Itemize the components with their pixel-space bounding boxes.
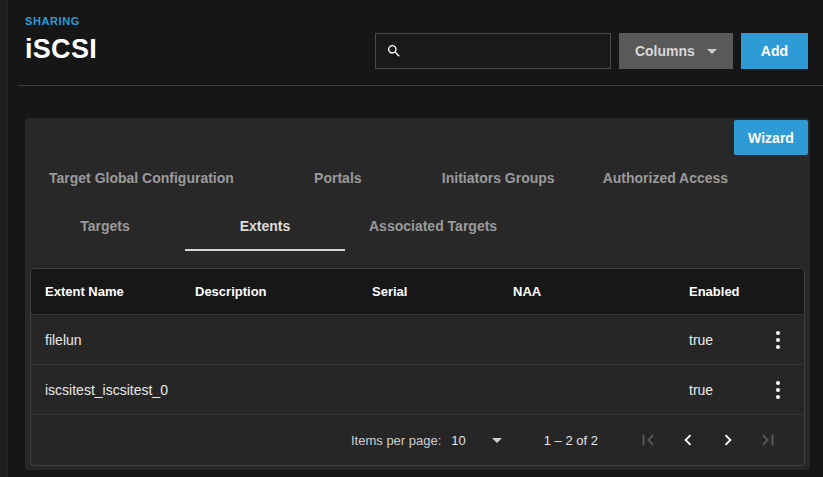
last-page-icon [757,429,779,451]
header-divider [18,85,823,86]
column-header-description: Description [181,284,358,299]
cell-extent-name: iscsitest_iscsitest_0 [31,382,181,398]
kebab-menu-icon [776,331,780,335]
cell-enabled: true [675,332,752,348]
tab-target-global-configuration[interactable]: Target Global Configuration [25,155,258,203]
page-range-label: 1 – 2 of 2 [544,433,598,448]
columns-button-label: Columns [635,43,695,59]
paginator: Items per page: 10 1 – 2 of 2 [31,414,804,465]
tab-associated-targets[interactable]: Associated Targets [345,203,521,251]
tab-bar: Target Global Configuration Portals Init… [25,155,810,251]
first-page-icon [637,429,659,451]
add-button[interactable]: Add [741,33,808,69]
cell-enabled: true [675,382,752,398]
kebab-menu-icon [776,381,780,385]
column-header-enabled: Enabled [675,284,752,299]
chevron-down-icon [707,49,717,54]
columns-button[interactable]: Columns [619,33,733,69]
search-icon [386,43,402,59]
row-actions-menu-button[interactable] [760,372,796,408]
sidebar-edge [0,0,8,477]
table-header-row: Extent Name Description Serial NAA Enabl… [31,269,804,314]
last-page-button[interactable] [748,420,788,460]
tab-extents[interactable]: Extents [185,203,345,251]
tab-authorized-access[interactable]: Authorized Access [579,155,753,203]
first-page-button[interactable] [628,420,668,460]
previous-page-button[interactable] [668,420,708,460]
extents-table: Extent Name Description Serial NAA Enabl… [30,268,805,466]
tab-initiators-groups[interactable]: Initiators Groups [418,155,579,203]
items-per-page-value[interactable]: 10 [451,433,465,448]
chevron-right-icon [717,429,739,451]
pager-buttons [628,420,788,460]
chevron-down-icon [492,438,502,443]
column-header-naa: NAA [499,284,675,299]
search-box[interactable] [375,33,611,69]
toolbar: Columns Add [375,33,808,69]
wizard-button[interactable]: Wizard [734,120,808,155]
next-page-button[interactable] [708,420,748,460]
table-row[interactable]: filelun true [31,314,804,364]
items-per-page-label: Items per page: [351,433,441,448]
page-header: SHARING iSCSI [25,15,97,65]
column-header-extent-name: Extent Name [31,284,181,299]
page-title: iSCSI [25,34,97,65]
tab-portals[interactable]: Portals [258,155,418,203]
breadcrumb[interactable]: SHARING [25,15,97,27]
search-input[interactable] [410,43,600,59]
chevron-left-icon [677,429,699,451]
table-row[interactable]: iscsitest_iscsitest_0 true [31,364,804,414]
items-per-page-select[interactable] [492,438,502,443]
column-header-serial: Serial [358,284,499,299]
row-actions-menu-button[interactable] [760,322,796,358]
iscsi-card: Wizard Target Global Configuration Porta… [25,118,810,470]
cell-extent-name: filelun [31,332,181,348]
tab-targets[interactable]: Targets [25,203,185,251]
